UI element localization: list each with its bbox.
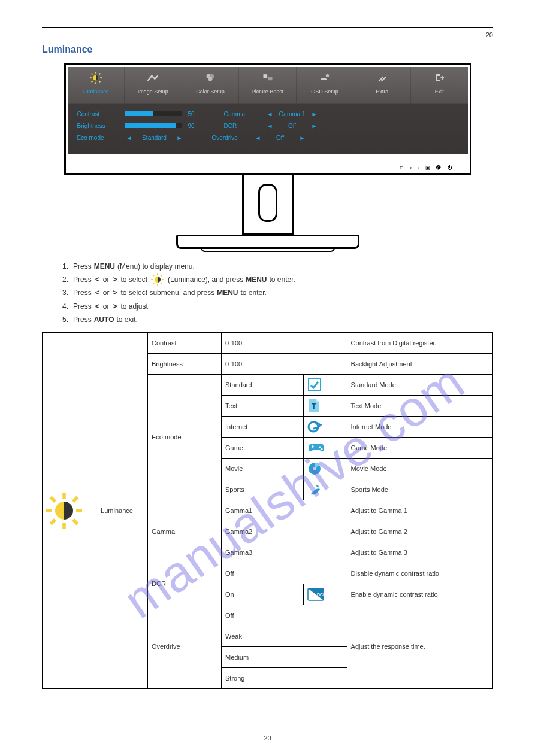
osd-label: Contrast bbox=[77, 111, 125, 117]
mode-desc: Standard Mode bbox=[347, 374, 492, 395]
menu-button-glyph: MENU bbox=[94, 260, 115, 273]
osd-tab-osd-setup[interactable]: OSD Setup bbox=[297, 67, 354, 103]
left-arrow-icon[interactable]: ◄ bbox=[266, 111, 274, 117]
svg-line-29 bbox=[51, 497, 56, 502]
button-glyph: ⏻ bbox=[447, 165, 452, 171]
monitor-illustration: Luminance Image Setup Color Setup bbox=[64, 63, 471, 249]
category-label: Luminance bbox=[86, 332, 148, 688]
osd-tabs: Luminance Image Setup Color Setup bbox=[68, 67, 468, 103]
tools-icon bbox=[353, 71, 410, 85]
monitor-base bbox=[176, 235, 359, 249]
row-desc: Adjust to Gamma 3 bbox=[347, 542, 492, 563]
osd-tab-label: Image Setup bbox=[138, 89, 168, 95]
right-arrow-icon[interactable]: ► bbox=[298, 135, 307, 141]
row-value: Off bbox=[222, 563, 347, 584]
step-2: 2. Press < or > to select (Luminance), a… bbox=[62, 273, 493, 286]
osd-row-brightness: Brightness 90 DCR ◄ Off ► bbox=[77, 120, 461, 132]
osd-tab-luminance[interactable]: Luminance bbox=[68, 67, 125, 103]
row-value: 0-100 bbox=[222, 332, 347, 353]
svg-point-37 bbox=[321, 448, 322, 450]
sun-icon bbox=[68, 71, 125, 85]
movie-mode-icon bbox=[303, 458, 347, 479]
mode-name: Movie bbox=[222, 458, 304, 479]
step-number: 1. bbox=[62, 260, 68, 273]
svg-line-6 bbox=[99, 81, 100, 83]
osd-tab-label: OSD Setup bbox=[311, 89, 338, 95]
luminance-icon bbox=[150, 274, 165, 286]
step-text: Press bbox=[73, 273, 92, 286]
step-text: to enter. bbox=[270, 273, 295, 286]
left-arrow-icon: < bbox=[94, 286, 101, 299]
step-text: Press bbox=[73, 313, 92, 326]
osd-label: Overdrive bbox=[212, 135, 254, 141]
step-number: 3. bbox=[62, 286, 68, 299]
button-glyph: ‹ bbox=[410, 165, 412, 171]
step-text: or bbox=[103, 273, 110, 286]
svg-text:T: T bbox=[312, 402, 316, 411]
svg-line-21 bbox=[161, 283, 162, 284]
osd-tab-picture-boost[interactable]: Picture Boost bbox=[239, 67, 297, 103]
row-desc: Adjust to Gamma 2 bbox=[347, 521, 492, 542]
button-glyph: ⊡ bbox=[400, 165, 404, 171]
right-arrow-icon: > bbox=[111, 300, 118, 313]
osd-body: Contrast 50 Gamma ◄ Gamma 1 ► Brightness… bbox=[68, 103, 468, 147]
picture-boost-icon bbox=[239, 71, 296, 85]
right-arrow-icon[interactable]: ► bbox=[310, 123, 319, 129]
menu-button-glyph: MENU bbox=[217, 286, 238, 299]
row-desc: Disable dynamic contrast ratio bbox=[347, 563, 492, 584]
step-number: 2. bbox=[62, 273, 68, 286]
osd-tab-extra[interactable]: Extra bbox=[353, 67, 411, 103]
exit-icon bbox=[411, 71, 468, 85]
osd-tab-label: Picture Boost bbox=[252, 89, 284, 95]
step-text: Press bbox=[73, 260, 92, 273]
left-arrow-icon[interactable]: ◄ bbox=[125, 135, 134, 141]
page-number-bottom: 20 bbox=[0, 734, 535, 742]
table-row: Luminance Contrast 0-100 Contrast from D… bbox=[43, 332, 493, 353]
svg-rect-13 bbox=[268, 77, 272, 80]
osd-tab-exit[interactable]: Exit bbox=[411, 67, 468, 103]
osd-slider-brightness[interactable] bbox=[125, 123, 182, 128]
osd-tab-label: Exit bbox=[435, 89, 444, 95]
left-arrow-icon[interactable]: ◄ bbox=[254, 135, 262, 141]
osd-tab-color-setup[interactable]: Color Setup bbox=[182, 67, 240, 103]
mode-desc: Game Mode bbox=[347, 437, 492, 458]
right-arrow-icon[interactable]: ► bbox=[176, 135, 184, 141]
svg-line-5 bbox=[91, 74, 92, 75]
right-arrow-icon: > bbox=[111, 273, 118, 286]
button-glyph: ▣ bbox=[425, 165, 430, 171]
osd-tab-image-setup[interactable]: Image Setup bbox=[125, 67, 182, 103]
luminance-table: Luminance Contrast 0-100 Contrast from D… bbox=[42, 332, 493, 689]
internet-mode-icon bbox=[303, 416, 347, 437]
left-arrow-icon[interactable]: ◄ bbox=[266, 123, 274, 129]
row-desc: Backlight Adjustment bbox=[347, 353, 492, 374]
mode-name: Text bbox=[222, 395, 304, 416]
row-value: Weak bbox=[222, 626, 347, 646]
step-4: 4. Press < or > to adjust. bbox=[62, 300, 493, 313]
svg-text:DCR: DCR bbox=[317, 593, 324, 597]
mode-name: Game bbox=[222, 437, 304, 458]
right-arrow-icon[interactable]: ► bbox=[310, 111, 319, 117]
sports-mode-icon bbox=[303, 479, 347, 500]
osd-value: Off bbox=[274, 123, 310, 129]
osd-value: 90 bbox=[188, 123, 206, 129]
standard-mode-icon bbox=[303, 374, 347, 395]
row-desc: Enable dynamic contrast ratio bbox=[347, 584, 492, 605]
osd-slider-contrast[interactable] bbox=[125, 111, 182, 116]
menu-button-glyph: MENU bbox=[246, 273, 267, 286]
steps-list: 1. Press MENU (Menu) to display menu. 2.… bbox=[62, 260, 493, 326]
left-arrow-icon: < bbox=[94, 273, 101, 286]
button-glyph: 🅐 bbox=[436, 165, 441, 171]
category-icon-cell bbox=[43, 332, 86, 688]
auto-button-glyph: AUTO bbox=[94, 313, 114, 326]
osd-label: Brightness bbox=[77, 123, 125, 129]
osd-setup-icon bbox=[297, 71, 353, 85]
svg-line-7 bbox=[91, 81, 92, 83]
row-name: Gamma bbox=[148, 500, 222, 563]
step-text: Press bbox=[73, 286, 92, 299]
mode-name: Sports bbox=[222, 479, 304, 500]
step-text: (Luminance), and press bbox=[168, 273, 243, 286]
monitor-frame: Luminance Image Setup Color Setup bbox=[64, 63, 471, 175]
osd-value: 50 bbox=[188, 111, 206, 117]
osd-value: Off bbox=[262, 135, 298, 141]
row-value: Off bbox=[222, 605, 347, 626]
